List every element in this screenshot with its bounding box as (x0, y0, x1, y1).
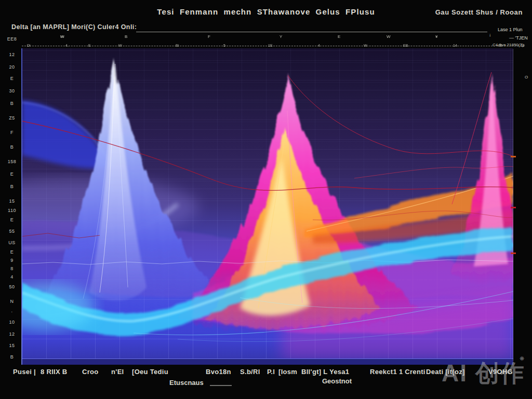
y-tick-label: 12 (3, 52, 21, 57)
y-tick-label: 50 (3, 284, 21, 289)
x-axis-label: Bll'gt] L Yesa1 (301, 368, 349, 376)
subtitle-rule (136, 32, 487, 32)
x-axis-label: Reekct1 1 Crenti (370, 368, 425, 376)
y-tick-label: 12 (3, 331, 21, 337)
y-tick-label: 20 (3, 64, 21, 70)
top-axis-line (22, 46, 524, 46)
y-tick-label: 9 (3, 258, 21, 263)
title-right: Gau Sozett Shus / Rooan (435, 8, 523, 16)
y-tick-label: 15 (3, 343, 21, 348)
axis-glyph: F (208, 34, 210, 39)
y-tick-label: 4 (3, 274, 21, 280)
right-red-tick (511, 252, 516, 254)
right-axis-label: O (525, 75, 528, 79)
x-axis-label: Bvo18n (206, 368, 231, 376)
x-tick-label: 5 (223, 44, 225, 47)
y-tick-label: B (3, 184, 21, 189)
x-tick-label: EB (403, 44, 408, 47)
y-tick-label: 158 (3, 159, 21, 164)
x-tick-label: 4 (318, 44, 320, 47)
x-axis-label: [Oeu Tediu (132, 368, 168, 376)
right-orange-tick (511, 156, 516, 157)
y-tick-label: 110 (3, 208, 21, 213)
x-tick-label: 14 (453, 44, 457, 47)
y-tick-label: 10 (3, 320, 21, 325)
x-axis-label: [Iosm (278, 368, 297, 376)
watermark-mark-icon: ❋ (520, 355, 524, 362)
flame-ridges-chart (22, 48, 513, 359)
legend-line-3: C4.9va 21850(T) (493, 43, 524, 47)
x-axis-label: n'El (111, 368, 124, 376)
legend-line-1: Lase 1 Plun (498, 27, 523, 32)
legend-arrow-icon: ↓ (489, 32, 491, 37)
axis-glyph: B (125, 34, 127, 39)
x-tick-label: W (118, 44, 122, 47)
y-tick-label: Z5 (3, 115, 21, 121)
plot-bottom-strip (22, 358, 513, 365)
subtitle: Delta [an MAPRL] Mori(C) Culer4 Onli: (11, 23, 137, 31)
y-tick-label: F (3, 130, 21, 135)
x-axis-caption: Geostnot (322, 377, 352, 385)
x-tick-label: Di (27, 44, 31, 47)
axis-glyph: E (338, 34, 340, 39)
y-tick-label: E (3, 249, 21, 255)
y-tick-label: EE8 (3, 36, 21, 42)
plot-area (22, 48, 513, 365)
x-axis-label: P.l (267, 368, 275, 376)
ai-watermark: AI 创作 (442, 357, 525, 390)
y-axis-line (21, 48, 22, 365)
axis-glyph: ¥ (435, 34, 437, 39)
x-tick-label: 1E (268, 44, 273, 47)
x-axis-label: Croo (82, 368, 99, 376)
x-axis-label: 8 RIIX B (41, 368, 68, 376)
axis-glyph: W (387, 34, 391, 39)
y-tick-label: US (3, 240, 21, 245)
y-tick-label: 8 (3, 266, 21, 271)
y-tick-label: 30 (3, 88, 21, 94)
right-red-tick (511, 207, 516, 208)
x-tick-label: 19 (521, 44, 525, 47)
axis-glyph: ₩ (60, 34, 64, 39)
screenshot-canvas: Tesi Fenmann mechn SThawanove Gelus FPlu… (0, 0, 532, 399)
y-tick-label: E (3, 171, 21, 177)
x-tick-label: 4E (498, 44, 502, 47)
x-axis-label: S.b/Rl (240, 368, 260, 376)
y-tick-label: E (3, 76, 21, 81)
y-tick-label: B (3, 354, 21, 360)
x-tick-label: 4. (65, 44, 69, 47)
x-tick-label: W (364, 44, 367, 47)
x-tick-label: E (88, 44, 91, 47)
y-tick-label: · (3, 309, 21, 314)
axis-glyph: Y (280, 34, 282, 39)
right-axis-line (513, 49, 513, 361)
x-tick-label: Bi (176, 44, 179, 47)
y-tick-label: 55 (3, 229, 21, 234)
y-tick-label: 15 (3, 198, 21, 204)
y-tick-label: E (3, 217, 21, 222)
x-axis-caption: Etuscnaus (169, 379, 204, 387)
x-axis-label: Pusei | (13, 368, 36, 376)
footer-dash (210, 385, 232, 386)
y-tick-label: B (3, 144, 21, 150)
y-tick-label: B (3, 101, 21, 106)
legend-line-2: — 'TJEN (509, 35, 528, 41)
y-tick-label: N (3, 299, 21, 304)
